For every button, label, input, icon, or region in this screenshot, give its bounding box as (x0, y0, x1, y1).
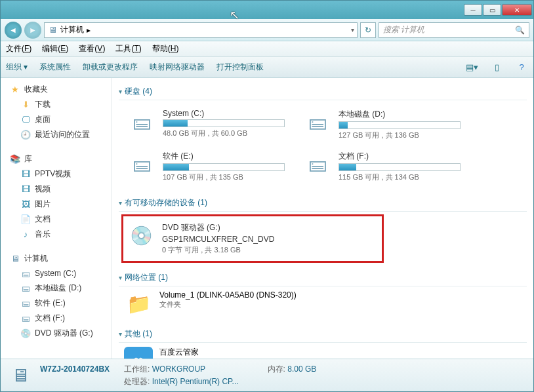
section-network[interactable]: ▾网络位置 (1) (119, 269, 527, 286)
drive-icon: 🖴 (20, 313, 31, 324)
menu-tools[interactable]: 工具(T) (115, 43, 141, 54)
nav-bar: ◄ ► 🖥 计算机 ▸ ▾ ↻ 搜索 计算机 🔍 (1, 19, 533, 41)
back-button[interactable]: ◄ (5, 22, 22, 39)
sidebar-item-desktop[interactable]: 🖵桌面 (1, 112, 112, 127)
maximize-button[interactable]: ▭ (483, 4, 501, 16)
forward-button[interactable]: ► (24, 22, 41, 39)
network-location-item[interactable]: 📁 Volume_1 (DLINK-0A5AB0 (DNS-320)) 文件夹 (119, 286, 302, 319)
video-icon: 🎞 (20, 169, 31, 180)
menu-view[interactable]: 查看(V) (79, 43, 105, 54)
search-input[interactable]: 搜索 计算机 🔍 (379, 22, 529, 38)
menu-bar: 文件(F) 编辑(E) 查看(V) 工具(T) 帮助(H) (1, 41, 533, 57)
control-panel-button[interactable]: 打开控制面板 (216, 62, 264, 73)
sidebar-label: 本地磁盘 (D:) (35, 283, 81, 294)
collapse-icon: ▾ (119, 199, 122, 206)
drive-item[interactable]: 🖴 软件 (E:) 107 GB 可用 , 共 135 GB (124, 147, 288, 186)
dvd-icon: 💿 (20, 328, 31, 339)
search-placeholder: 搜索 计算机 (383, 24, 424, 35)
preview-pane-icon[interactable]: ▯ (490, 61, 503, 74)
hard-drive-icon: 🖴 (303, 109, 332, 135)
sidebar-label: 收藏夹 (24, 84, 48, 95)
sidebar-label: PPTV视频 (35, 168, 71, 180)
sidebar-label: 文档 (F:) (35, 313, 65, 324)
sidebar-item-videos[interactable]: 🎞视频 (1, 182, 112, 197)
drive-icon: 🖴 (20, 298, 31, 309)
usage-bar (339, 121, 461, 129)
status-wg-label: 工作组: (124, 364, 150, 374)
sidebar-favorites[interactable]: ★收藏夹 (1, 82, 112, 97)
netloc-name: Volume_1 (DLINK-0A5AB0 (DNS-320)) (159, 290, 297, 300)
status-pcname: W7ZJ-20140724BX (40, 364, 110, 374)
dvd-drive-icon: 💿 (127, 222, 155, 248)
breadcrumb-arrow[interactable]: ▸ (87, 26, 91, 35)
drive-stat: 48.0 GB 可用 , 共 60.0 GB (163, 128, 285, 138)
body: ★收藏夹 ⬇下载 🖵桌面 🕘最近访问的位置 📚库 🎞PPTV视频 🎞视频 🖼图片… (1, 78, 533, 359)
view-options-icon[interactable]: ▤▾ (465, 61, 478, 74)
sidebar-label: 下载 (35, 99, 51, 110)
baidu-cloud-item[interactable]: ∞ 百度云管家 双击运行百度云管家 (119, 343, 302, 359)
section-title: 网络位置 (1) (125, 272, 168, 283)
usage-bar (339, 163, 461, 171)
drive-name: 软件 (E:) (163, 151, 285, 162)
sidebar-label: 图片 (35, 199, 51, 210)
menu-help[interactable]: 帮助(H) (152, 43, 179, 54)
sidebar-item-drive-d[interactable]: 🖴本地磁盘 (D:) (1, 281, 112, 296)
sidebar-computer[interactable]: 🖥计算机 (1, 251, 112, 266)
folder-icon: 📁 (124, 290, 153, 317)
usage-bar (163, 163, 285, 171)
section-removable[interactable]: ▾有可移动存储的设备 (1) (119, 195, 527, 212)
status-cpu-label: 处理器: (124, 377, 150, 386)
section-title: 其他 (1) (125, 328, 152, 340)
sidebar-item-pptv[interactable]: 🎞PPTV视频 (1, 167, 112, 182)
sidebar: ★收藏夹 ⬇下载 🖵桌面 🕘最近访问的位置 📚库 🎞PPTV视频 🎞视频 🖼图片… (1, 78, 112, 359)
section-other[interactable]: ▾其他 (1) (119, 326, 527, 343)
sidebar-item-drive-f[interactable]: 🖴文档 (F:) (1, 311, 112, 326)
sidebar-item-music[interactable]: ♪音乐 (1, 227, 112, 242)
netloc-sub: 文件夹 (159, 300, 297, 309)
section-hard-drives[interactable]: ▾硬盘 (4) (119, 83, 527, 100)
menu-file[interactable]: 文件(F) (6, 43, 31, 54)
address-bar[interactable]: 🖥 计算机 ▸ ▾ (44, 22, 358, 38)
drive-icon: 🖴 (20, 268, 31, 279)
organize-button[interactable]: 组织 ▾ (6, 62, 28, 73)
drive-item[interactable]: 🖴 System (C:) 48.0 GB 可用 , 共 60.0 GB (124, 106, 288, 144)
sidebar-item-recent[interactable]: 🕘最近访问的位置 (1, 127, 112, 142)
sidebar-item-documents[interactable]: 📄文档 (1, 212, 112, 227)
sidebar-item-drive-c[interactable]: 🖴System (C:) (1, 266, 112, 281)
status-cpu: Intel(R) Pentium(R) CP... (152, 377, 239, 386)
refresh-button[interactable]: ↻ (360, 22, 376, 38)
sidebar-label: 桌面 (35, 114, 51, 125)
breadcrumb[interactable]: 计算机 (60, 24, 84, 35)
highlighted-dvd-drive: 💿 DVD 驱动器 (G:) GSP1RMCULXFRER_CN_DVD 0 字… (121, 214, 384, 263)
drive-item[interactable]: 🖴 本地磁盘 (D:) 127 GB 可用 , 共 136 GB (300, 106, 464, 144)
drive-label: GSP1RMCULXFRER_CN_DVD (162, 235, 369, 244)
status-workgroup: WORKGROUP (152, 364, 205, 374)
sidebar-item-drive-e[interactable]: 🖴软件 (E:) (1, 296, 112, 311)
command-bar: 组织 ▾ 系统属性 卸载或更改程序 映射网络驱动器 打开控制面板 ▤▾ ▯ ? (1, 57, 533, 78)
section-title: 有可移动存储的设备 (1) (125, 197, 207, 208)
minimize-button[interactable]: ─ (464, 4, 482, 16)
drive-item[interactable]: 🖴 文档 (F:) 115 GB 可用 , 共 134 GB (300, 147, 464, 186)
close-button[interactable]: ✕ (502, 4, 532, 16)
system-properties-button[interactable]: 系统属性 (39, 62, 71, 73)
menu-edit[interactable]: 编辑(E) (42, 43, 68, 54)
sidebar-label: System (C:) (35, 269, 76, 278)
map-network-drive-button[interactable]: 映射网络驱动器 (150, 62, 205, 73)
collapse-icon: ▾ (119, 274, 122, 281)
sidebar-item-pictures[interactable]: 🖼图片 (1, 197, 112, 212)
sidebar-libraries[interactable]: 📚库 (1, 151, 112, 167)
star-icon: ★ (10, 85, 20, 95)
uninstall-button[interactable]: 卸载或更改程序 (83, 62, 138, 73)
hard-drive-icon: 🖴 (303, 151, 332, 177)
main-pane: ▾硬盘 (4) 🖴 System (C:) 48.0 GB 可用 , 共 60.… (112, 78, 533, 359)
address-dropdown-icon[interactable]: ▾ (351, 26, 354, 33)
dvd-drive-item[interactable]: 💿 DVD 驱动器 (G:) GSP1RMCULXFRER_CN_DVD 0 字… (123, 219, 373, 258)
explorer-window: ↖ ─ ▭ ✕ ◄ ► 🖥 计算机 ▸ ▾ ↻ 搜索 计算机 🔍 文件(F) 编… (0, 0, 534, 392)
desktop-icon: 🖵 (20, 115, 31, 125)
sidebar-label: 音乐 (35, 229, 51, 240)
hard-drive-icon: 🖴 (127, 151, 156, 177)
recent-icon: 🕘 (20, 130, 31, 140)
sidebar-item-drive-g[interactable]: 💿DVD 驱动器 (G:) (1, 326, 112, 341)
help-icon[interactable]: ? (515, 61, 528, 74)
sidebar-item-downloads[interactable]: ⬇下载 (1, 97, 112, 112)
